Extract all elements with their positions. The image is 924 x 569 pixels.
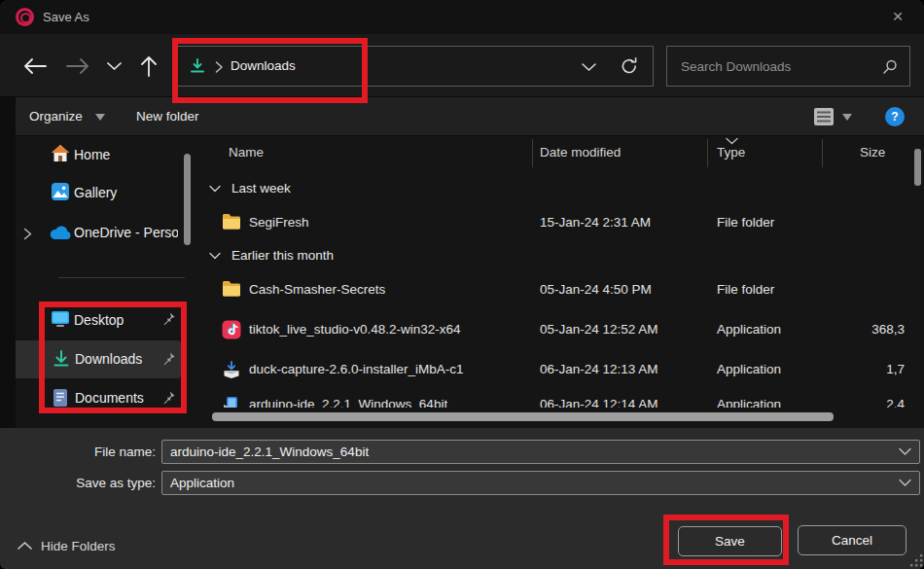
combo-chevron-icon[interactable] bbox=[899, 447, 911, 456]
file-name: arduino-ide_2.2.1_Windows_64bit bbox=[249, 395, 447, 408]
save-type-value: Application bbox=[162, 472, 919, 494]
file-date: 15-Jan-24 2:31 AM bbox=[540, 213, 651, 232]
gallery-icon bbox=[51, 182, 70, 201]
file-name: Cash-Smasher-Secrets bbox=[249, 280, 385, 300]
title-bar: Save As × bbox=[0, 0, 924, 34]
group-collapse-chevron-icon[interactable] bbox=[209, 252, 221, 260]
command-toolbar: Organize New folder ? bbox=[0, 97, 924, 136]
pin-icon bbox=[161, 390, 176, 405]
file-name: duck-capture-2.6.0-installer_iMbA-c1 bbox=[249, 360, 464, 379]
navigation-bar: Downloads bbox=[0, 34, 924, 97]
desktop-icon bbox=[51, 309, 70, 329]
file-type: File folder bbox=[717, 213, 774, 232]
sort-chevron-icon bbox=[726, 137, 738, 145]
resize-grip-icon[interactable] bbox=[910, 554, 923, 567]
onedrive-icon bbox=[49, 225, 68, 244]
sidebar-item-label: Downloads bbox=[75, 348, 142, 370]
downloads-location-icon bbox=[189, 57, 206, 75]
column-date-modified[interactable]: Date modified bbox=[540, 144, 621, 161]
column-type[interactable]: Type bbox=[717, 144, 745, 161]
recent-locations-button[interactable] bbox=[103, 34, 124, 97]
back-button[interactable] bbox=[21, 34, 49, 97]
group-label: Earlier this month bbox=[231, 246, 334, 266]
downloads-icon bbox=[52, 349, 71, 369]
arrow-right-icon bbox=[66, 58, 89, 74]
installer-icon bbox=[222, 395, 241, 408]
combo-chevron-icon[interactable] bbox=[899, 479, 911, 487]
folder-icon bbox=[222, 280, 241, 300]
main-area: Home Gallery OneDrive - Perso bbox=[0, 136, 924, 428]
address-bar[interactable]: Downloads bbox=[175, 46, 654, 87]
sidebar-item-label: Gallery bbox=[74, 182, 117, 203]
save-type-label: Save as type: bbox=[0, 471, 156, 495]
file-size: 2,4 bbox=[822, 395, 905, 408]
group-collapse-chevron-icon[interactable] bbox=[209, 185, 221, 193]
breadcrumb-location[interactable]: Downloads bbox=[231, 47, 296, 86]
opera-logo-icon bbox=[16, 8, 34, 26]
search-input[interactable] bbox=[667, 47, 909, 86]
close-button[interactable]: × bbox=[879, 0, 916, 34]
chevron-down-icon bbox=[107, 61, 122, 71]
organize-button[interactable]: Organize bbox=[29, 97, 83, 136]
pin-icon bbox=[161, 311, 176, 326]
horizontal-scroll-thumb[interactable] bbox=[212, 412, 834, 421]
file-type: Application bbox=[717, 395, 781, 408]
search-box bbox=[666, 46, 910, 87]
save-as-dialog: Save As × Downloads bbox=[0, 0, 924, 569]
folder-icon bbox=[222, 213, 241, 232]
sidebar-scrollbar[interactable] bbox=[184, 154, 191, 245]
save-type-combobox[interactable]: Application bbox=[161, 471, 920, 495]
documents-icon bbox=[52, 388, 71, 408]
column-name[interactable]: Name bbox=[229, 144, 264, 161]
home-icon bbox=[51, 144, 70, 163]
file-name: SegiFresh bbox=[249, 213, 309, 232]
arrow-left-icon bbox=[23, 58, 47, 74]
file-date: 06-Jan-24 12:13 AM bbox=[540, 360, 658, 379]
column-size[interactable]: Size bbox=[860, 144, 885, 161]
file-size: 1,7 bbox=[822, 360, 905, 379]
installer-icon bbox=[222, 360, 241, 379]
file-type: Application bbox=[717, 320, 781, 339]
tiktok-icon bbox=[222, 320, 241, 339]
table-row-partial[interactable]: arduino-ide_2.2.1_Windows_64bit 06-Jan-2… bbox=[204, 391, 924, 408]
file-type: File folder bbox=[717, 280, 774, 300]
organize-caret-icon bbox=[95, 114, 105, 121]
list-vertical-scrollbar[interactable] bbox=[914, 149, 921, 186]
view-details-icon[interactable] bbox=[813, 107, 835, 126]
up-button[interactable] bbox=[136, 34, 161, 97]
sidebar-item-label: Documents bbox=[75, 387, 144, 409]
group-label: Last week bbox=[231, 179, 291, 198]
column-divider[interactable] bbox=[707, 139, 708, 167]
file-date: 06-Jan-24 12:14 AM bbox=[540, 395, 658, 408]
list-horizontal-scrollbar[interactable] bbox=[204, 408, 924, 428]
save-button[interactable]: Save bbox=[678, 526, 782, 556]
cancel-button[interactable]: Cancel bbox=[798, 525, 906, 555]
address-dropdown-chevron-icon[interactable] bbox=[582, 62, 596, 72]
file-type: Application bbox=[717, 360, 781, 379]
file-size: 368,3 bbox=[822, 320, 905, 339]
column-divider[interactable] bbox=[532, 139, 533, 167]
column-divider[interactable] bbox=[822, 139, 823, 167]
hide-folders-label: Hide Folders bbox=[41, 537, 116, 556]
file-name-field bbox=[161, 440, 920, 464]
view-caret-icon[interactable] bbox=[842, 114, 852, 121]
window-title: Save As bbox=[43, 0, 89, 34]
pin-icon bbox=[161, 351, 176, 366]
help-button[interactable]: ? bbox=[885, 107, 905, 126]
file-date: 05-Jan-24 4:50 PM bbox=[540, 280, 652, 300]
file-date: 05-Jan-24 12:52 AM bbox=[540, 320, 658, 339]
file-name: tiktok_live_studio-v0.48.2-win32-x64 bbox=[249, 320, 461, 339]
expand-chevron-icon[interactable] bbox=[23, 228, 32, 240]
file-name-input[interactable] bbox=[162, 441, 919, 463]
breadcrumb-chevron-icon bbox=[215, 61, 223, 73]
forward-button[interactable] bbox=[64, 34, 91, 97]
new-folder-button[interactable]: New folder bbox=[136, 97, 199, 136]
refresh-icon[interactable] bbox=[620, 56, 639, 76]
sidebar-item-label: OneDrive - Perso bbox=[74, 222, 178, 243]
sidebar-divider bbox=[58, 277, 185, 278]
search-icon[interactable] bbox=[882, 59, 898, 75]
sidebar-item-label: Home bbox=[74, 144, 110, 165]
save-panel: File name: Save as type: Application Hid… bbox=[0, 428, 924, 569]
arrow-up-icon bbox=[141, 55, 157, 77]
chevron-up-icon bbox=[18, 541, 32, 551]
